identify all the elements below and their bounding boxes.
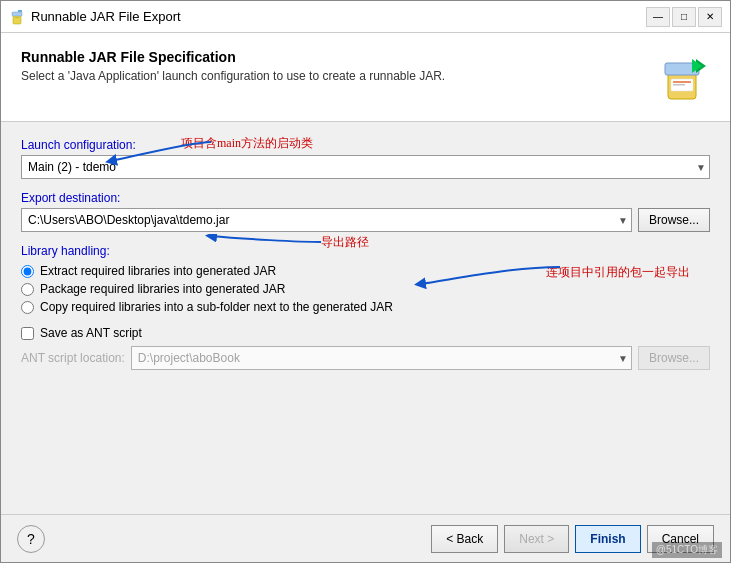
svg-rect-3 <box>15 17 19 18</box>
ant-checkbox[interactable] <box>21 327 34 340</box>
next-button[interactable]: Next > <box>504 525 569 553</box>
jar-svg-icon <box>654 49 710 105</box>
ant-location-select[interactable]: D:\project\aboBook <box>131 346 632 370</box>
bottom-left: ? <box>17 525 45 553</box>
header-text: Runnable JAR File Specification Select a… <box>21 49 445 83</box>
watermark: @51CTO博客 <box>652 542 722 558</box>
launch-config-label: Launch configuration: <box>21 138 710 152</box>
radio-extract[interactable] <box>21 265 34 278</box>
main-window: Runnable JAR File Export — □ ✕ Runnable … <box>0 0 731 563</box>
help-button[interactable]: ? <box>17 525 45 553</box>
radio-package[interactable] <box>21 283 34 296</box>
header-section: Runnable JAR File Specification Select a… <box>1 33 730 122</box>
svg-rect-7 <box>673 81 691 83</box>
export-dest-row: C:\Users\ABO\Desktop\java\tdemo.jar ▼ Br… <box>21 208 710 232</box>
radio-option-2: Package required libraries into generate… <box>21 282 710 296</box>
export-dest-select[interactable]: C:\Users\ABO\Desktop\java\tdemo.jar <box>21 208 632 232</box>
ant-checkbox-label[interactable]: Save as ANT script <box>40 326 142 340</box>
ant-location-row: ANT script location: D:\project\aboBook … <box>21 346 710 370</box>
close-button[interactable]: ✕ <box>698 7 722 27</box>
svg-marker-2 <box>18 10 22 12</box>
export-browse-button[interactable]: Browse... <box>638 208 710 232</box>
launch-config-row: Main (2) - tdemo ▼ 项目含main方法的启动类 <box>21 155 710 179</box>
ant-browse-button[interactable]: Browse... <box>638 346 710 370</box>
radio-copy-label[interactable]: Copy required libraries into a sub-folde… <box>40 300 393 314</box>
launch-config-select-wrapper: Main (2) - tdemo ▼ <box>21 155 710 179</box>
export-dest-group: Export destination: C:\Users\ABO\Desktop… <box>21 191 710 232</box>
minimize-button[interactable]: — <box>646 7 670 27</box>
ant-location-select-wrapper: D:\project\aboBook ▼ <box>131 346 632 370</box>
title-icon <box>9 9 25 25</box>
export-dest-label: Export destination: <box>21 191 710 205</box>
radio-extract-label[interactable]: Extract required libraries into generate… <box>40 264 276 278</box>
maximize-button[interactable]: □ <box>672 7 696 27</box>
title-controls: — □ ✕ <box>646 7 722 27</box>
finish-button[interactable]: Finish <box>575 525 640 553</box>
window-title: Runnable JAR File Export <box>31 9 181 24</box>
jar-icon-large <box>654 49 710 105</box>
radio-option-1: Extract required libraries into generate… <box>21 264 710 278</box>
radio-option-3: Copy required libraries into a sub-folde… <box>21 300 710 314</box>
svg-rect-1 <box>12 12 22 16</box>
library-label: Library handling: <box>21 244 710 258</box>
radio-package-label[interactable]: Package required libraries into generate… <box>40 282 285 296</box>
title-bar-left: Runnable JAR File Export <box>9 9 181 25</box>
ant-location-label: ANT script location: <box>21 351 125 365</box>
main-form: Launch configuration: Main (2) - tdemo ▼… <box>1 122 730 514</box>
library-handling-group: Library handling: Extract required libra… <box>21 244 710 314</box>
ant-checkbox-row: Save as ANT script <box>21 326 710 340</box>
header-subtitle: Select a 'Java Application' launch confi… <box>21 69 445 83</box>
export-dest-select-wrapper: C:\Users\ABO\Desktop\java\tdemo.jar ▼ <box>21 208 632 232</box>
bottom-bar: ? < Back Next > Finish Cancel @51CTO博客 <box>1 514 730 562</box>
title-bar: Runnable JAR File Export — □ ✕ <box>1 1 730 33</box>
svg-rect-8 <box>673 84 685 86</box>
launch-config-group: Launch configuration: Main (2) - tdemo ▼… <box>21 138 710 179</box>
header-title: Runnable JAR File Specification <box>21 49 445 65</box>
ant-script-group: Save as ANT script ANT script location: … <box>21 326 710 370</box>
back-button[interactable]: < Back <box>431 525 498 553</box>
launch-config-select[interactable]: Main (2) - tdemo <box>21 155 710 179</box>
radio-copy[interactable] <box>21 301 34 314</box>
